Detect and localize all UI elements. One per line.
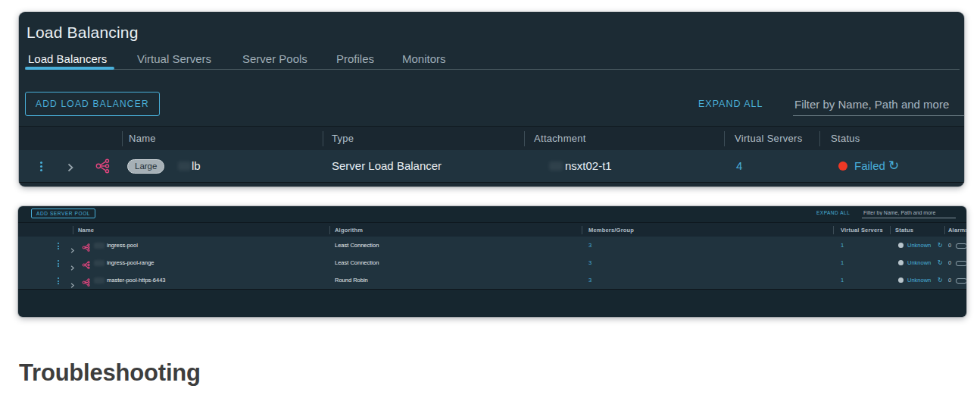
column-header-virtual-servers[interactable]: Virtual Servers	[735, 127, 803, 151]
expand-all-link[interactable]: EXPAND ALL	[698, 99, 763, 109]
pool-status-text: Unknown	[907, 271, 931, 289]
tab-load-balancers[interactable]: Load Balancers	[28, 52, 107, 65]
lb-virtual-servers-count[interactable]: 4	[736, 150, 742, 182]
pool-name[interactable]: ingress-pool-range	[107, 254, 154, 271]
column-separator	[724, 131, 725, 146]
pool-members-count[interactable]: 3	[588, 254, 591, 271]
column-separator	[122, 131, 123, 146]
pool-table-row: ingress-pool Least Connection 3 1 Unknow…	[18, 237, 966, 255]
row-menu-kebab-icon[interactable]	[58, 260, 59, 267]
tab-virtual-servers[interactable]: Virtual Servers	[137, 52, 211, 65]
refresh-status-icon[interactable]: ↻	[938, 271, 943, 289]
column-header-alarms[interactable]: Alarms	[948, 223, 966, 237]
active-tab-indicator	[25, 67, 114, 70]
column-separator	[582, 226, 582, 234]
refresh-status-icon[interactable]: ↻	[888, 150, 899, 182]
filter-input[interactable]	[793, 92, 964, 116]
pool-name[interactable]: master-pool-https-6443	[107, 271, 166, 289]
load-balancer-icon	[82, 259, 91, 272]
pool-status-text: Unknown	[907, 237, 931, 254]
refresh-status-icon[interactable]: ↻	[938, 254, 943, 271]
server-pools-screenshot: ADD SERVER POOL EXPAND ALL Name Algorith…	[18, 206, 966, 317]
load-balancer-icon	[95, 158, 111, 177]
pool-table-row: master-pool-https-6443 Round Robin 3 1 U…	[18, 271, 966, 290]
pool-members-count[interactable]: 3	[588, 271, 591, 289]
column-separator	[73, 226, 73, 234]
pool-virtual-servers-count[interactable]: 1	[841, 254, 844, 271]
status-dot-unknown-icon	[898, 243, 904, 248]
column-header-virtual-servers[interactable]: Virtual Servers	[841, 223, 883, 237]
tab-monitors[interactable]: Monitors	[402, 52, 446, 65]
pool-virtual-servers-count[interactable]: 1	[841, 271, 844, 289]
row-menu-kebab-icon[interactable]	[58, 243, 59, 249]
lb-table-row: Large lb Server Load Balancer nsxt02-t1 …	[19, 150, 964, 183]
tab-divider	[25, 69, 960, 70]
load-balancing-screenshot: Load Balancing Load Balancers Virtual Se…	[19, 12, 964, 187]
section-heading: Troubleshooting	[19, 359, 201, 387]
lb-status-text: Failed	[854, 150, 885, 182]
column-header-algorithm[interactable]: Algorithm	[335, 223, 363, 237]
load-balancer-icon	[82, 241, 91, 255]
lb-attachment: nsxt02-t1	[565, 150, 612, 182]
chevron-expand-icon[interactable]	[70, 277, 75, 291]
pool-members-count[interactable]: 3	[588, 237, 591, 254]
status-dot-unknown-icon	[898, 277, 904, 283]
column-separator	[833, 226, 834, 234]
column-header-attachment[interactable]: Attachment	[534, 127, 586, 151]
add-server-pool-button[interactable]: ADD SERVER POOL	[31, 208, 95, 218]
column-header-name[interactable]: Name	[78, 223, 94, 237]
redaction-blur	[94, 260, 105, 266]
refresh-status-icon[interactable]: ↻	[938, 237, 943, 254]
pool-alarms-count: 0	[948, 254, 951, 271]
alarm-gauge-icon	[956, 243, 966, 249]
pool-virtual-servers-count[interactable]: 1	[841, 237, 844, 254]
column-separator	[944, 226, 945, 234]
column-header-type[interactable]: Type	[332, 127, 354, 151]
status-dot-unknown-icon	[898, 260, 904, 265]
column-separator	[890, 226, 891, 234]
filter-input[interactable]	[862, 208, 956, 218]
page-title: Load Balancing	[27, 24, 139, 42]
tab-server-pools[interactable]: Server Pools	[242, 52, 307, 65]
chevron-expand-icon[interactable]	[66, 161, 75, 175]
pools-table-header: Name Algorithm Members/Group Virtual Ser…	[18, 222, 966, 238]
redaction-blur	[549, 161, 563, 171]
column-separator	[329, 226, 330, 234]
expand-all-link[interactable]: EXPAND ALL	[816, 210, 850, 215]
lb-type: Server Load Balancer	[332, 150, 442, 182]
column-header-name[interactable]: Name	[129, 127, 156, 151]
documentation-page: Load Balancing Load Balancers Virtual Se…	[0, 0, 980, 417]
pool-status-text: Unknown	[907, 254, 931, 271]
column-separator	[819, 131, 820, 146]
status-dot-failed-icon	[838, 161, 847, 171]
pool-alarms-count: 0	[948, 271, 951, 289]
column-header-status[interactable]: Status	[831, 127, 860, 151]
pool-algorithm: Least Connection	[335, 254, 379, 271]
redaction-blur	[178, 161, 191, 171]
column-separator	[323, 131, 323, 146]
pool-table-row: ingress-pool-range Least Connection 3 1 …	[18, 254, 966, 272]
alarm-gauge-icon	[956, 261, 966, 266]
add-load-balancer-button[interactable]: ADD LOAD BALANCER	[25, 92, 160, 116]
column-header-members-group[interactable]: Members/Group	[588, 223, 634, 237]
row-menu-kebab-icon[interactable]	[58, 277, 59, 284]
redaction-blur	[94, 277, 105, 284]
pool-alarms-count: 0	[948, 237, 951, 254]
row-menu-kebab-icon[interactable]	[40, 161, 42, 171]
column-header-status[interactable]: Status	[895, 223, 913, 237]
lb-name[interactable]: lb	[192, 150, 201, 182]
pool-algorithm: Least Connection	[335, 237, 379, 254]
redaction-blur	[94, 243, 105, 249]
lb-table-header: Name Type Attachment Virtual Servers Sta…	[19, 126, 964, 152]
pool-name[interactable]: ingress-pool	[107, 237, 138, 254]
column-separator	[524, 131, 525, 146]
pool-algorithm: Round Robin	[335, 271, 368, 289]
size-badge: Large	[127, 159, 164, 174]
alarm-gauge-icon	[956, 278, 966, 284]
load-balancer-icon	[82, 276, 91, 290]
tab-profiles[interactable]: Profiles	[336, 52, 374, 65]
